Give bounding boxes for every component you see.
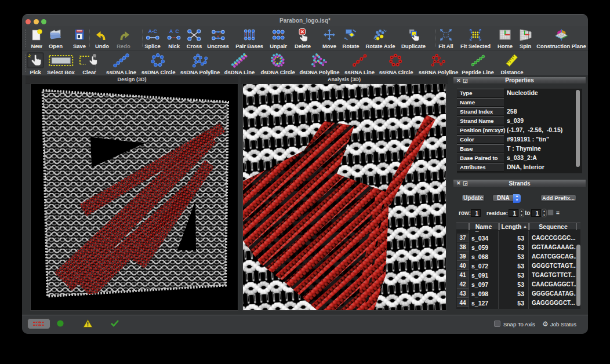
svg-text:A-C: A-C	[148, 28, 157, 34]
svg-text:C: C	[176, 28, 179, 34]
svg-text:A: A	[169, 28, 173, 34]
